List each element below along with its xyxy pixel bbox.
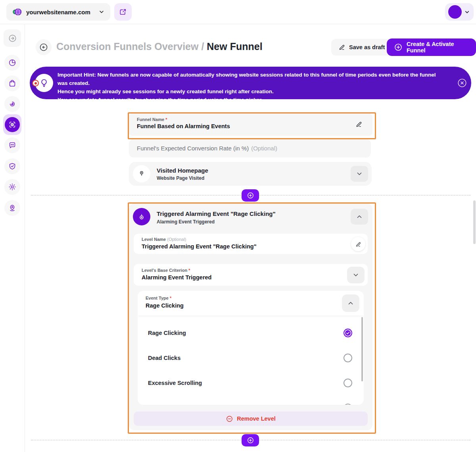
add-level-button-top[interactable]	[242, 189, 259, 202]
plus-circle-icon	[247, 437, 254, 444]
sidebar-item-settings[interactable]	[4, 179, 20, 195]
funnel-name-field[interactable]: Funnel Name * Funnel Based on Alarming E…	[129, 113, 372, 136]
chevron-up-icon	[347, 300, 354, 307]
chevron-down-icon	[356, 170, 363, 177]
conversion-rate-field[interactable]: Funnel's Expected Conversion Rate (in %)…	[129, 139, 371, 158]
lightbulb-icon	[35, 74, 53, 92]
sidebar-item-funnels[interactable]	[3, 114, 21, 135]
funnel-name-value: Funnel Based on Alarming Events	[137, 123, 230, 129]
hint-line-3: You can update funnel results by changin…	[58, 96, 446, 104]
breadcrumb-parent[interactable]: Conversion Funnels Overview	[56, 41, 198, 52]
sidebar-item-feedback[interactable]	[4, 137, 20, 153]
level-name-value: Triggered Alarming Event "Rage Clicking"	[142, 243, 257, 250]
page-title: New Funnel	[207, 41, 262, 52]
event-type-field[interactable]: Event Type * Rage Clicking	[138, 291, 364, 315]
chevron-down-icon	[98, 9, 105, 15]
hint-banner-text: Important Hint: New funnels are now capa…	[58, 71, 446, 104]
level-name-field[interactable]: Level Name (Optional) Triggered Alarming…	[134, 234, 368, 254]
sidebar-item-collapse[interactable]	[4, 29, 21, 47]
optional-tag: (Optional)	[251, 145, 277, 152]
base-criterion-label: Level's Base Criterion *	[142, 268, 190, 273]
edit-funnel-name-button[interactable]	[355, 120, 363, 128]
create-activate-funnel-button[interactable]: Create & Activate Funnel	[387, 38, 476, 56]
gear-icon	[8, 183, 17, 191]
profile-menu[interactable]	[445, 3, 474, 21]
alarm-event-icon	[133, 208, 150, 225]
breadcrumb-separator: /	[201, 41, 204, 52]
sidebar-item-dashboard[interactable]	[4, 55, 20, 71]
page-scrollbar[interactable]	[473, 200, 476, 244]
chevron-up-icon	[356, 213, 363, 220]
level-name-label-text: Level Name	[142, 237, 166, 242]
base-criterion-label-text: Level's Base Criterion	[142, 268, 187, 273]
event-type-option-partial[interactable]	[138, 395, 364, 405]
pencil-icon	[355, 241, 362, 248]
pencil-icon	[355, 120, 363, 128]
radio-unselected-icon[interactable]	[344, 379, 352, 387]
hint-line-2: Hence you might already see sessions for…	[58, 87, 446, 96]
open-base-criterion-button[interactable]	[347, 267, 365, 283]
radio-selected-icon[interactable]	[344, 329, 352, 337]
expand-level1-button[interactable]	[351, 166, 368, 182]
remove-level-label: Remove Level	[237, 415, 276, 422]
shield-check-icon	[8, 162, 17, 171]
map-pin-icon	[133, 165, 150, 183]
option-label: Rage Clicking	[148, 330, 186, 336]
plus-circle-icon	[247, 192, 254, 199]
event-type-dropdown: Event Type * Rage Clicking Rage Clicking…	[138, 291, 364, 405]
event-type-label-text: Event Type	[146, 296, 169, 300]
close-icon	[457, 78, 467, 88]
level1-title: Visited Homepage	[157, 167, 208, 174]
chevron-down-icon	[352, 271, 359, 279]
hint-banner: Important Hint: New funnels are now capa…	[30, 67, 471, 99]
conversion-rate-placeholder: Funnel's Expected Conversion Rate (in %)	[137, 145, 249, 152]
chat-feedback-icon	[8, 141, 17, 150]
collapse-event-type-button[interactable]	[342, 294, 359, 312]
required-asterisk: *	[170, 296, 171, 300]
sidebar-item-sessions[interactable]	[4, 96, 20, 112]
radio-unselected-icon[interactable]	[344, 404, 352, 405]
breadcrumb: Conversion Funnels Overview / New Funnel	[56, 41, 263, 52]
hint-line-1: Important Hint: New funnels are now capa…	[58, 71, 446, 87]
sidebar-item-privacy[interactable]	[4, 158, 20, 174]
option-label: Dead Clicks	[148, 355, 180, 361]
edit-level-name-button[interactable]	[351, 237, 365, 251]
event-type-option-excessive-scrolling[interactable]: Excessive Scrolling	[138, 370, 364, 395]
option-label: Excessive Scrolling	[148, 380, 202, 386]
globe-icon	[12, 7, 22, 17]
website-selector[interactable]: yourwebsitename.com	[6, 3, 110, 21]
minus-circle-icon	[226, 415, 233, 423]
open-website-button[interactable]	[114, 3, 132, 21]
level1-subtitle: Website Page Visited	[157, 175, 204, 181]
sidebar-item-store[interactable]	[4, 75, 20, 91]
recording-dot-icon	[32, 80, 39, 87]
app-window: yourwebsitename.com	[0, 0, 476, 452]
level2-title: Triggered Alarming Event "Rage Clicking"	[157, 210, 276, 217]
event-type-label: Event Type *	[146, 296, 171, 300]
plus-circle-icon	[394, 43, 403, 52]
save-as-draft-label: Save as draft	[349, 44, 385, 50]
level-visited-homepage[interactable]: Visited Homepage Website Page Visited	[129, 162, 372, 186]
event-type-value: Rage Clicking	[146, 302, 184, 309]
funnel-target-icon	[5, 117, 20, 132]
add-level-button-bottom[interactable]	[242, 434, 259, 446]
close-banner-button[interactable]	[457, 78, 467, 88]
remove-level-button[interactable]: Remove Level	[134, 412, 368, 426]
avatar	[448, 5, 462, 19]
back-button[interactable]	[36, 39, 52, 55]
event-type-option-dead-clicks[interactable]: Dead Clicks	[138, 345, 364, 370]
funnel-name-label: Funnel Name *	[137, 117, 167, 122]
arrow-left-circle-icon	[39, 42, 48, 52]
event-type-option-rage-clicking[interactable]: Rage Clicking	[138, 320, 364, 345]
level2-subtitle: Alarming Event Triggered	[157, 219, 215, 225]
level-name-label: Level Name (Optional)	[142, 237, 186, 242]
save-as-draft-button[interactable]: Save as draft	[331, 39, 392, 56]
required-asterisk: *	[188, 268, 190, 273]
shopping-bag-icon	[8, 79, 17, 88]
sidebar-item-geo[interactable]	[4, 200, 20, 216]
radio-unselected-icon[interactable]	[344, 354, 352, 362]
base-criterion-select[interactable]: Level's Base Criterion * Alarming Event …	[134, 264, 368, 286]
options-scrollbar[interactable]	[361, 317, 363, 381]
spiral-sessions-icon	[8, 100, 17, 108]
collapse-level2-button[interactable]	[351, 209, 368, 225]
